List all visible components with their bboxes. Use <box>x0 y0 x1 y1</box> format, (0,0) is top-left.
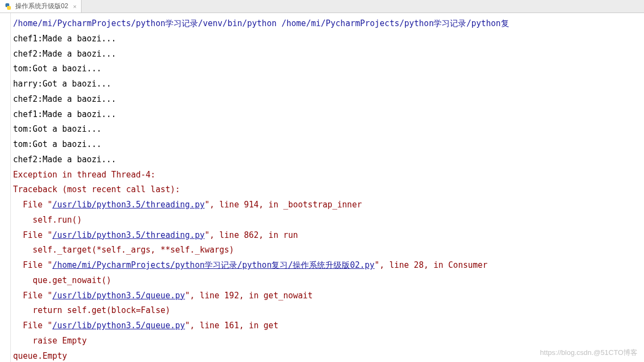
traceback-exception: queue.Empty <box>13 351 67 361</box>
console-gutter <box>0 13 11 362</box>
output-line: chef2:Made a baozi... <box>13 155 116 164</box>
output-line: harry:Got a baozi... <box>13 79 112 89</box>
traceback-header: Exception in thread Thread-4: <box>13 170 156 180</box>
tb-frame: File "/usr/lib/python3.5/threading.py", … <box>13 230 298 240</box>
traceback-subheader: Traceback (most recent call last): <box>13 185 180 194</box>
python-icon <box>4 3 12 10</box>
output-line: tom:Got a baozi... <box>13 139 102 149</box>
watermark: https://blog.csdn.@51CTO博客 <box>540 348 637 358</box>
tb-code: self.run() <box>13 215 82 225</box>
output-line: tom:Got a baozi... <box>13 124 102 134</box>
file-link[interactable]: /usr/lib/python3.5/queue.py <box>52 321 185 330</box>
tb-frame: File "/usr/lib/python3.5/queue.py", line… <box>13 321 278 330</box>
tb-frame: File "/usr/lib/python3.5/queue.py", line… <box>13 291 313 300</box>
tb-frame: File "/usr/lib/python3.5/threading.py", … <box>13 200 362 210</box>
tb-code: raise Empty <box>13 336 86 346</box>
output-line: chef1:Made a baozi... <box>13 109 116 119</box>
tb-frame: File "/home/mi/PycharmProjects/python学习记… <box>13 260 487 270</box>
tab-bar: 操作系统升级版02 × <box>0 0 644 13</box>
command-line: /home/mi/PycharmProjects/python学习记录/venv… <box>13 19 509 28</box>
tab-title: 操作系统升级版02 <box>15 2 68 11</box>
output-line: tom:Got a baozi... <box>13 64 102 73</box>
tb-code: return self.get(block=False) <box>13 305 170 315</box>
file-link[interactable]: /usr/lib/python3.5/threading.py <box>52 230 205 240</box>
file-link[interactable]: /usr/lib/python3.5/queue.py <box>52 291 185 300</box>
tb-code: self._target(*self._args, **self._kwargs… <box>13 245 234 255</box>
tb-code: que.get_nowait() <box>13 275 112 285</box>
output-line: chef2:Made a baozi... <box>13 94 116 104</box>
file-tab[interactable]: 操作系统升级版02 × <box>0 0 82 13</box>
console-output[interactable]: /home/mi/PycharmProjects/python学习记录/venv… <box>11 13 644 362</box>
file-link[interactable]: /usr/lib/python3.5/threading.py <box>52 200 205 210</box>
close-icon[interactable]: × <box>73 3 76 10</box>
output-line: chef2:Made a baozi... <box>13 49 116 59</box>
file-link[interactable]: /home/mi/PycharmProjects/python学习记录/pyth… <box>52 260 374 270</box>
output-line: chef1:Made a baozi... <box>13 34 116 44</box>
